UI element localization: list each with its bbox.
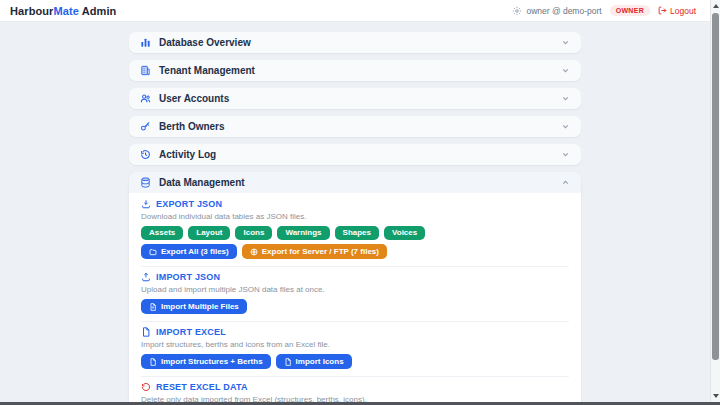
brand-mate: Mate [53,5,78,17]
history-icon [140,149,151,160]
accordion-item-user-accounts[interactable]: User Accounts [129,88,581,109]
import-excel-section: IMPORT EXCEL Import structures, berths a… [141,322,569,377]
export-json-description: Download individual data tables as JSON … [141,212,569,221]
chevron-down-icon [561,94,570,103]
reset-excel-section: RESET EXCEL DATA Delete only data import… [141,377,569,405]
file-icon [149,358,157,366]
import-excel-title: IMPORT EXCEL [141,327,569,337]
accordion-item-tenant-management[interactable]: Tenant Management [129,60,581,81]
top-header: HarbourMate Admin owner @ demo-port OWNE… [0,0,720,22]
section-title-text: IMPORT JSON [156,272,220,282]
accordion-label: Tenant Management [159,65,255,76]
data-management-panel: Data Management EXPORT JSON Download ind… [129,172,581,405]
database-icon [140,177,151,188]
accordion-item-data-management[interactable]: Data Management [129,172,581,193]
button-label: Import Multiple Files [161,302,239,311]
button-label: Import Structures + Berths [161,357,263,366]
export-json-section: EXPORT JSON Download individual data tab… [141,194,569,267]
button-label: Import Icons [296,357,344,366]
logout-icon [658,6,667,15]
accordion-label: User Accounts [159,93,229,104]
bar-chart-icon [140,37,151,48]
export-shapes-button[interactable]: Shapes [335,226,379,240]
section-title-text: RESET EXCEL DATA [156,382,248,392]
accordion-item-database-overview[interactable]: Database Overview [129,32,581,53]
accordion-item-activity-log[interactable]: Activity Log [129,144,581,165]
chevron-down-icon [561,150,570,159]
globe-icon [250,248,258,256]
upload-icon [141,272,151,282]
rotate-ccw-icon [141,382,151,392]
chevron-down-icon [561,122,570,131]
account-info: owner @ demo-port [512,6,601,16]
import-json-section: IMPORT JSON Upload and import multiple J… [141,267,569,322]
accordion-label: Database Overview [159,37,251,48]
file-icon [141,327,151,337]
import-structures-berths-button[interactable]: Import Structures + Berths [141,354,271,369]
export-icons-button[interactable]: Icons [235,226,272,240]
building-icon [140,65,151,76]
brand-harbour: Harbour [10,5,53,17]
import-multiple-files-button[interactable]: Import Multiple Files [141,299,247,314]
owner-badge: OWNER [610,5,650,16]
gear-icon [512,6,522,16]
export-json-title: EXPORT JSON [141,199,569,209]
export-ftp-button[interactable]: Export for Server / FTP (7 files) [242,244,387,259]
accordion-item-berth-owners[interactable]: Berth Owners [129,116,581,137]
export-layout-button[interactable]: Layout [188,226,230,240]
scroll-down-arrow-icon[interactable] [711,391,720,401]
button-label: Export for Server / FTP (7 files) [262,247,379,256]
section-title-text: EXPORT JSON [156,199,222,209]
accordion-label: Berth Owners [159,121,225,132]
section-title-text: IMPORT EXCEL [156,327,226,337]
chevron-down-icon [561,38,570,47]
admin-accordion: Database Overview Tenant Management User… [129,32,581,405]
key-icon [140,121,151,132]
export-warnings-button[interactable]: Warnings [277,226,329,240]
chevron-down-icon [561,66,570,75]
export-table-buttons: Assets Layout Icons Warnings Shapes Voic… [141,226,569,240]
file-upload-icon [149,303,157,311]
accordion-label: Data Management [159,177,245,188]
reset-excel-title: RESET EXCEL DATA [141,382,569,392]
scrollbar[interactable] [710,0,720,402]
scroll-up-arrow-icon[interactable] [711,1,720,11]
export-all-button[interactable]: Export All (3 files) [141,244,237,259]
download-icon [141,199,151,209]
folder-icon [149,248,157,256]
export-assets-button[interactable]: Assets [141,226,183,240]
app-title: HarbourMate Admin [10,5,116,17]
chevron-up-icon [561,178,570,187]
users-icon [140,93,151,104]
export-voices-button[interactable]: Voices [384,226,425,240]
button-label: Export All (3 files) [161,247,229,256]
accordion-label: Activity Log [159,149,216,160]
import-excel-description: Import structures, berths and icons from… [141,340,569,349]
brand-admin: Admin [79,5,116,17]
import-json-title: IMPORT JSON [141,272,569,282]
import-icons-button[interactable]: Import Icons [276,354,352,369]
scrollbar-thumb[interactable] [712,13,719,360]
file-icon [284,358,292,366]
logout-label: Logout [670,6,696,16]
account-label: owner @ demo-port [526,6,601,16]
import-json-description: Upload and import multiple JSON data fil… [141,285,569,294]
logout-button[interactable]: Logout [658,6,696,16]
